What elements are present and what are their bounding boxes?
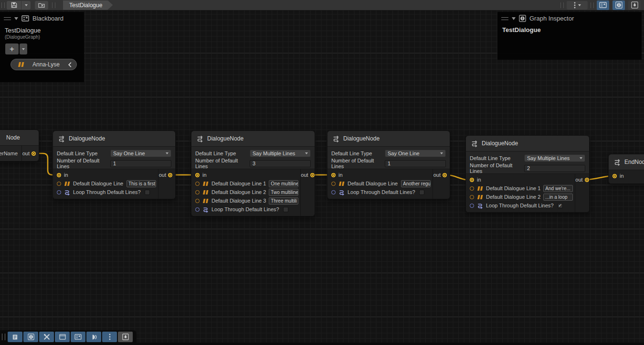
loop-checkbox[interactable] [283,207,288,212]
dialogue-line-label: Default Dialogue Line 1 [211,181,266,186]
speaker-node-title-label: Node [6,134,20,141]
toolbar-drag-handle[interactable] [2,334,5,340]
minimap-toggle-button[interactable] [118,332,133,342]
loop-checkbox[interactable] [419,190,424,195]
loop-port[interactable] [331,190,336,194]
line-type-dropdown[interactable]: Say One Line [385,150,446,157]
speaker-node[interactable]: Node kerName out [0,129,39,162]
dialogue-line-field[interactable]: One multiline [269,180,298,187]
line-type-dropdown[interactable]: Say One Line [110,150,171,157]
dialogue-line-value: One multiline [271,181,298,186]
settings-toggle-button[interactable] [39,332,54,342]
blackboard-toggle-button[interactable] [71,332,85,342]
in-port[interactable] [57,173,61,177]
dialogue-line-field[interactable]: Another regu [401,180,431,187]
loop-checkbox[interactable] [145,190,150,195]
speaker-out-port[interactable] [32,151,36,156]
save-button[interactable] [7,1,21,10]
num-lines-field[interactable]: 3 [250,160,311,167]
graph-inspector-panel: Graph Inspector TestDialogue [497,12,642,60]
toolbar-separator [560,2,564,8]
inspector-toggle-button[interactable] [23,332,38,342]
chevron-left-icon[interactable] [68,62,72,68]
dialogue-line-port[interactable] [470,186,474,191]
dialogue-line-port[interactable] [195,190,200,194]
dialogue-line-field[interactable]: ...in a loop [543,194,573,201]
property-name-label: Anna-Lyse [28,61,64,68]
dialogue-node-4-title: DialogueNode [466,136,589,151]
minimap-toggle-button[interactable] [628,0,641,10]
dialogue-node-1[interactable]: DialogueNode Default Line Type Say One L… [53,130,176,199]
collapse-triangle-icon[interactable] [512,17,516,20]
quote-icon [202,198,209,204]
dialogue-line-field[interactable]: Three multili [269,197,298,205]
add-property-dropdown-button[interactable] [20,43,27,54]
line-type-dropdown[interactable]: Say Multiple Lines [524,154,585,162]
dialogue-line-port[interactable] [57,182,61,186]
loop-checkbox[interactable]: ✓ [558,203,563,208]
in-port[interactable] [612,174,617,178]
node-title-label: DialogueNode [207,135,243,142]
save-icon [11,2,17,8]
dialogue-line-port[interactable] [470,195,474,199]
toolbar-drag-handle[interactable] [1,2,5,8]
dialogue-graph-editor: Node kerName out DialogueNode Default Li… [0,0,644,345]
node-title-label: DialogueNode [482,140,518,147]
num-lines-field[interactable]: 1 [385,160,446,167]
overflow-menu-button[interactable] [102,332,117,342]
add-property-button[interactable]: + [5,43,19,54]
num-lines-field[interactable]: 1 [110,160,171,167]
dialogue-node-2[interactable]: DialogueNode Default Line Type Say Multi… [191,130,315,216]
loop-port[interactable] [195,207,200,212]
loop-port[interactable] [470,204,474,208]
loop-icon [477,203,483,209]
in-port[interactable] [195,173,200,177]
open-graph-button[interactable] [35,1,48,10]
dialogue-node-icon [196,135,203,142]
num-lines-field[interactable]: 2 [524,165,585,172]
dialogue-line-port[interactable] [331,182,336,186]
loop-port[interactable] [57,190,61,194]
overflow-menu-button[interactable] [567,1,588,10]
blackboard-toggle-button[interactable] [597,0,609,10]
main-toolbar: TestDialogue [0,0,644,11]
dialogue-node-3[interactable]: DialogueNode Default Line Type Say One L… [327,130,450,199]
dialogue-line-field[interactable]: This is a first [127,180,156,187]
in-port[interactable] [470,178,474,182]
out-port[interactable] [443,173,447,177]
line-type-dropdown[interactable]: Say Multiple Lines [250,150,311,157]
tools-icon [43,334,50,340]
loop-label: Loop Through Default Lines? [211,206,279,212]
collapse-triangle-icon[interactable] [14,17,18,20]
transition-toggle-button[interactable] [86,332,101,342]
kebab-icon [109,334,111,340]
dialogue-line-port[interactable] [195,199,200,203]
blackboard-graph-name: TestDialogue [0,24,84,34]
graph-tab[interactable]: TestDialogue [63,0,113,10]
blackboard-header[interactable]: Blackboard [0,12,84,24]
chevron-down-icon [305,152,308,154]
dialogue-node-icon [471,140,478,147]
blackboard-graph-type: (DialogueGraph) [0,34,84,40]
dialogue-line-field[interactable]: Two multiline [269,189,298,196]
out-port[interactable] [310,173,315,177]
out-port[interactable] [168,173,172,177]
in-port[interactable] [331,173,336,177]
dialogue-line-field[interactable]: And we're... [543,185,573,192]
dialogue-node-4[interactable]: DialogueNode Default Line Type Say Multi… [465,135,590,213]
quote-icon [477,194,483,200]
flame-icon [631,1,638,9]
graph-inspector-header[interactable]: Graph Inspector [497,12,642,24]
end-node[interactable]: EndNode in [608,154,644,184]
dialogue-line-port[interactable] [195,182,200,186]
blackboard-property-anna-lyse[interactable]: Anna-Lyse [11,59,77,70]
window-toggle-button[interactable] [55,332,70,342]
info-icon [28,334,34,340]
chevron-down-icon [580,157,582,159]
graph-inspector-toggle-button[interactable] [612,0,625,10]
save-dropdown-button[interactable] [21,1,31,10]
speaker-out-port-row: out [21,146,39,161]
out-port[interactable] [585,178,589,182]
notes-toggle-button[interactable] [8,332,22,342]
line-type-value: Say Multiple Lines [527,155,570,161]
